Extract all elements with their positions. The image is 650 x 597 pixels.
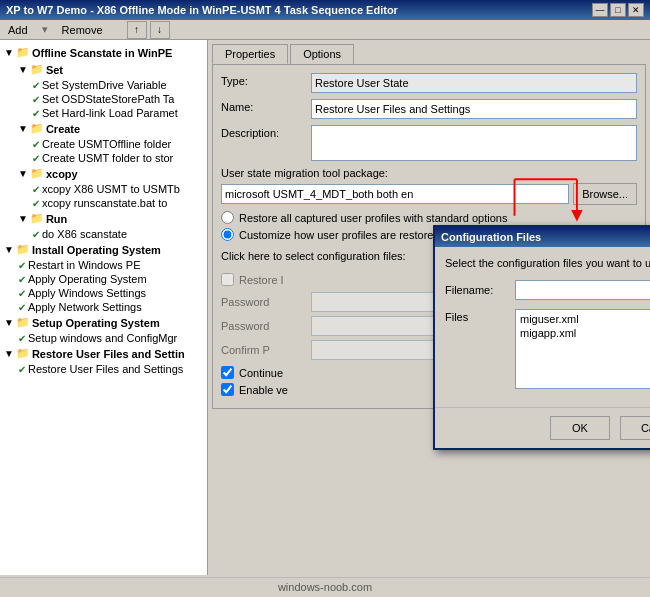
tree-item-label: Set SystemDrive Variable: [42, 79, 167, 91]
menu-bar: Add ▾ Remove ↑ ↓: [0, 20, 650, 40]
group-label: Restore User Files and Settin: [32, 348, 185, 360]
group-label: Run: [46, 213, 67, 225]
check-icon: ✔: [32, 139, 40, 150]
tree-item-label: Set OSDStateStorePath Ta: [42, 93, 174, 105]
group-label: Install Operating System: [32, 244, 161, 256]
expand-icon: ▼: [18, 213, 28, 224]
files-row: Files miguser.xml migapp.xml Remove: [445, 309, 650, 389]
toolbar-icon-1[interactable]: ↑: [127, 21, 147, 39]
watermark-text: windows-noob.com: [278, 581, 372, 593]
filename-row: Filename: Add: [445, 279, 650, 301]
tree-item-set-hardlink[interactable]: ✔ Set Hard-link Load Paramet: [0, 106, 207, 120]
modal-title: Configuration Files: [441, 231, 541, 243]
group-run[interactable]: ▼ 📁 Run: [0, 210, 207, 227]
group-offline-scanstate[interactable]: ▼ 📁 Offline Scanstate in WinPE: [0, 44, 207, 61]
toolbar-icon-2[interactable]: ↓: [150, 21, 170, 39]
tree-item-setup-windows[interactable]: ✔ Setup windows and ConfigMgr: [0, 331, 207, 345]
check-icon: ✔: [32, 184, 40, 195]
window-title: XP to W7 Demo - X86 Offline Mode in WinP…: [6, 4, 398, 16]
tree-item-label: do X86 scanstate: [42, 228, 127, 240]
task-sequence-tree: ▼ 📁 Offline Scanstate in WinPE ▼ 📁 Set ✔…: [0, 40, 208, 575]
folder-icon: 📁: [30, 63, 44, 76]
tree-item-xcopy-runscan[interactable]: ✔ xcopy runscanstate.bat to: [0, 196, 207, 210]
remove-menu[interactable]: Remove: [58, 23, 107, 37]
tree-item-label: xcopy X86 USMT to USMTb: [42, 183, 180, 195]
check-icon: ✔: [32, 94, 40, 105]
check-icon: ✔: [18, 364, 26, 375]
group-create[interactable]: ▼ 📁 Create: [0, 120, 207, 137]
toolbar: ↑ ↓: [127, 21, 170, 39]
title-bar: XP to W7 Demo - X86 Offline Mode in WinP…: [0, 0, 650, 20]
group-set[interactable]: ▼ 📁 Set: [0, 61, 207, 78]
tree-item-label: Restart in Windows PE: [28, 259, 140, 271]
expand-icon: ▼: [4, 244, 14, 255]
group-setup-os[interactable]: ▼ 📁 Setup Operating System: [0, 314, 207, 331]
right-panel: Properties Options Type: Name: Descripti…: [208, 40, 650, 575]
tree-item-apply-network[interactable]: ✔ Apply Network Settings: [0, 300, 207, 314]
modal-overlay: Configuration Files ✕ Select the configu…: [208, 40, 650, 575]
minimize-button[interactable]: —: [592, 3, 608, 17]
check-icon: ✔: [32, 108, 40, 119]
check-icon: ✔: [32, 80, 40, 91]
group-label: xcopy: [46, 168, 78, 180]
window-controls: — □ ✕: [592, 3, 644, 17]
watermark: windows-noob.com: [0, 577, 650, 595]
main-container: ▼ 📁 Offline Scanstate in WinPE ▼ 📁 Set ✔…: [0, 40, 650, 575]
check-icon: ✔: [32, 229, 40, 240]
close-button[interactable]: ✕: [628, 3, 644, 17]
cancel-button[interactable]: Cancel: [620, 416, 650, 440]
tree-item-xcopy-x86[interactable]: ✔ xcopy X86 USMT to USMTb: [0, 182, 207, 196]
check-icon: ✔: [18, 274, 26, 285]
modal-description: Select the configuration files you want …: [445, 257, 650, 269]
check-icon: ✔: [18, 288, 26, 299]
expand-icon: ▼: [4, 348, 14, 359]
list-item-migapp[interactable]: migapp.xml: [518, 326, 650, 340]
tree-item-restart-winpe[interactable]: ✔ Restart in Windows PE: [0, 258, 207, 272]
tree-item-label: Restore User Files and Settings: [28, 363, 183, 375]
expand-icon: ▼: [18, 64, 28, 75]
group-label: Offline Scanstate in WinPE: [32, 47, 172, 59]
folder-icon: 📁: [16, 316, 30, 329]
group-install-os[interactable]: ▼ 📁 Install Operating System: [0, 241, 207, 258]
folder-icon: 📁: [30, 122, 44, 135]
group-restore[interactable]: ▼ 📁 Restore User Files and Settin: [0, 345, 207, 362]
check-icon: ✔: [32, 198, 40, 209]
tree-item-restore-files[interactable]: ✔ Restore User Files and Settings: [0, 362, 207, 376]
maximize-button[interactable]: □: [610, 3, 626, 17]
expand-icon: ▼: [18, 123, 28, 134]
tree-item-label: Apply Windows Settings: [28, 287, 146, 299]
check-icon: ✔: [18, 302, 26, 313]
folder-icon: 📁: [16, 243, 30, 256]
add-menu[interactable]: Add: [4, 23, 32, 37]
files-label: Files: [445, 309, 515, 323]
folder-icon: 📁: [16, 46, 30, 59]
tree-item-label: xcopy runscanstate.bat to: [42, 197, 167, 209]
tree-item-do-scanstate[interactable]: ✔ do X86 scanstate: [0, 227, 207, 241]
folder-icon: 📁: [30, 167, 44, 180]
files-listbox[interactable]: miguser.xml migapp.xml: [515, 309, 650, 389]
tree-item-set-systemdrive[interactable]: ✔ Set SystemDrive Variable: [0, 78, 207, 92]
check-icon: ✔: [32, 153, 40, 164]
modal-footer: OK Cancel: [435, 407, 650, 448]
tree-item-apply-windows[interactable]: ✔ Apply Windows Settings: [0, 286, 207, 300]
tree-item-create-usmt[interactable]: ✔ Create USMTOffline folder: [0, 137, 207, 151]
folder-icon: 📁: [16, 347, 30, 360]
configuration-files-dialog: Configuration Files ✕ Select the configu…: [433, 225, 650, 450]
tree-item-label: Apply Network Settings: [28, 301, 142, 313]
tree-item-set-osdstate[interactable]: ✔ Set OSDStateStorePath Ta: [0, 92, 207, 106]
modal-title-bar: Configuration Files ✕: [435, 227, 650, 247]
group-label: Setup Operating System: [32, 317, 160, 329]
tree-item-label: Apply Operating System: [28, 273, 147, 285]
ok-button[interactable]: OK: [550, 416, 610, 440]
tree-item-apply-os[interactable]: ✔ Apply Operating System: [0, 272, 207, 286]
expand-icon: ▼: [18, 168, 28, 179]
list-item-miguser[interactable]: miguser.xml: [518, 312, 650, 326]
group-label: Create: [46, 123, 80, 135]
filename-label: Filename:: [445, 284, 515, 296]
modal-body: Select the configuration files you want …: [435, 247, 650, 407]
filename-input[interactable]: [515, 280, 650, 300]
tree-item-create-usmt-folder[interactable]: ✔ Create USMT folder to stor: [0, 151, 207, 165]
group-xcopy[interactable]: ▼ 📁 xcopy: [0, 165, 207, 182]
folder-icon: 📁: [30, 212, 44, 225]
group-label: Set: [46, 64, 63, 76]
